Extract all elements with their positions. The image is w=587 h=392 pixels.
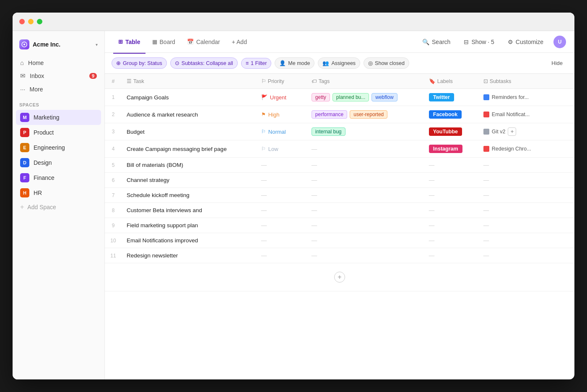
- sidebar-item-inbox-label: Inbox: [30, 73, 44, 79]
- tab-calendar[interactable]: 📅 Calendar: [182, 35, 225, 49]
- label-badge[interactable]: Twitter: [429, 93, 454, 101]
- maximize-button[interactable]: [37, 19, 42, 24]
- row-task[interactable]: Field marketing support plan: [122, 218, 256, 233]
- table-row[interactable]: 11Redesign newsletter————: [105, 248, 574, 263]
- label-badge[interactable]: Facebook: [429, 110, 462, 119]
- sidebar-item-home[interactable]: ⌂ Home: [16, 56, 101, 69]
- spaces-section-header: Spaces: [13, 96, 104, 110]
- row-task[interactable]: Redesign newsletter: [122, 248, 256, 263]
- tab-board[interactable]: ▦ Board: [147, 35, 180, 49]
- table-row[interactable]: 4Create Campaign messaging brief page⚐Lo…: [105, 140, 574, 158]
- tab-table-label: Table: [125, 39, 140, 45]
- table-row[interactable]: 9Field marketing support plan————: [105, 218, 574, 233]
- row-priority: 🚩Urgent: [256, 89, 306, 106]
- row-task[interactable]: Budget: [122, 123, 256, 140]
- close-button[interactable]: [19, 19, 25, 24]
- add-row-button[interactable]: +: [334, 272, 345, 283]
- brand-logo: [19, 39, 29, 49]
- table-row[interactable]: 2Audience & market research⚑Highperforma…: [105, 106, 574, 123]
- person-icon: 👤: [279, 60, 286, 66]
- main-content: ⊞ Table ▦ Board 📅 Calendar + Add 🔍: [105, 31, 574, 379]
- priority-dash: —: [261, 162, 267, 168]
- subtask-dash: —: [483, 222, 489, 228]
- sidebar-item-inbox[interactable]: ✉ Inbox 9: [16, 69, 101, 83]
- minimize-button[interactable]: [28, 19, 34, 24]
- tab-table[interactable]: ⊞ Table: [113, 35, 145, 49]
- title-bar: [13, 13, 574, 31]
- assignees-button[interactable]: 👥 Assignees: [318, 57, 360, 69]
- row-label: —: [424, 218, 478, 233]
- customize-button[interactable]: ⚙ Customize: [504, 37, 547, 47]
- row-subtasks: —: [478, 203, 574, 218]
- show-button[interactable]: ⊟ Show · 5: [460, 37, 497, 47]
- me-mode-label: Me mode: [288, 60, 310, 66]
- tab-board-label: Board: [160, 39, 175, 45]
- product-label: Product: [34, 129, 54, 136]
- add-row-cell: +: [105, 263, 574, 291]
- row-subtasks: Reminders for...: [478, 89, 574, 106]
- tag-item[interactable]: webflow: [371, 93, 397, 101]
- sidebar-item-marketing[interactable]: M Marketing: [16, 110, 101, 125]
- table-row[interactable]: 1Campaign Goals🚩Urgentgettyplanned bu...…: [105, 89, 574, 106]
- add-view-button[interactable]: + Add: [227, 36, 252, 48]
- row-label: —: [424, 233, 478, 248]
- add-space-button[interactable]: + Add Space: [16, 200, 101, 214]
- row-task[interactable]: Schedule kickoff meeting: [122, 188, 256, 203]
- row-label: —: [424, 203, 478, 218]
- sidebar-item-engineering[interactable]: E Engineering: [16, 140, 101, 155]
- show-closed-button[interactable]: ◎ Show closed: [364, 57, 409, 69]
- subtask-text: Redesign Chro...: [492, 146, 531, 152]
- row-task[interactable]: Bill of materials (BOM): [122, 158, 256, 173]
- tag-item[interactable]: performance: [312, 110, 347, 119]
- row-task[interactable]: Email Notifications improved: [122, 233, 256, 248]
- table-row[interactable]: 10Email Notifications improved————: [105, 233, 574, 248]
- row-task[interactable]: Customer Beta interviews and: [122, 203, 256, 218]
- table-row[interactable]: 7Schedule kickoff meeting————: [105, 188, 574, 203]
- row-tags: —: [306, 140, 424, 158]
- row-label: Instagram: [424, 140, 478, 158]
- me-mode-button[interactable]: 👤 Me mode: [275, 57, 314, 69]
- sidebar-item-more[interactable]: ··· More: [16, 83, 101, 96]
- tag-item[interactable]: internal bug: [312, 127, 345, 136]
- filters-bar: ⊕ Group by: Status ⊙ Subtasks: Collapse …: [105, 53, 574, 74]
- subtask-dash: —: [483, 177, 489, 183]
- row-number: 7: [105, 188, 122, 203]
- tags-dash: —: [312, 192, 317, 198]
- priority-cell: ⚐Low: [261, 146, 301, 152]
- sidebar-item-finance[interactable]: F Finance: [16, 170, 101, 185]
- tag-item[interactable]: planned bu...: [332, 93, 369, 101]
- sidebar-item-design[interactable]: D Design: [16, 155, 101, 170]
- row-task[interactable]: Campaign Goals: [122, 89, 256, 106]
- sidebar-item-hr[interactable]: H HR: [16, 185, 101, 200]
- table-row[interactable]: 3Budget⚐Normalinternal bugYouTubbeGit v2…: [105, 123, 574, 140]
- filter-button[interactable]: ≡ 1 Filter: [241, 58, 272, 69]
- label-badge[interactable]: Instagram: [429, 145, 462, 153]
- table-row[interactable]: 8Customer Beta interviews and————: [105, 203, 574, 218]
- subtasks-cell: Reminders for...: [483, 94, 569, 100]
- priority-icon: ⚐: [261, 129, 266, 135]
- user-avatar[interactable]: U: [553, 36, 566, 48]
- table-row[interactable]: 6Channel strategy————: [105, 173, 574, 188]
- tag-item[interactable]: getty: [312, 93, 330, 101]
- label-badge[interactable]: YouTubbe: [429, 127, 462, 136]
- row-task[interactable]: Audience & market research: [122, 106, 256, 123]
- row-number: 4: [105, 140, 122, 158]
- top-nav: ⊞ Table ▦ Board 📅 Calendar + Add 🔍: [105, 31, 574, 53]
- row-task[interactable]: Channel strategy: [122, 173, 256, 188]
- subtasks-filter[interactable]: ⊙ Subtasks: Collapse all: [170, 57, 238, 69]
- group-by-filter[interactable]: ⊕ Group by: Status: [112, 57, 167, 69]
- hide-button[interactable]: Hide: [546, 58, 568, 68]
- row-subtasks: —: [478, 248, 574, 263]
- sidebar-item-product[interactable]: P Product: [16, 125, 101, 140]
- subtasks-cell: Redesign Chro...: [483, 146, 569, 152]
- table-row[interactable]: 5Bill of materials (BOM)————: [105, 158, 574, 173]
- table-container: # ☰Task ⚐Priority 🏷Tags 🔖Labe: [105, 74, 574, 379]
- brand[interactable]: Acme Inc. ▾: [13, 36, 104, 56]
- engineering-label: Engineering: [34, 144, 65, 151]
- show-closed-icon: ◎: [368, 60, 373, 66]
- label-dash: —: [429, 207, 435, 213]
- search-button[interactable]: 🔍 Search: [419, 37, 454, 47]
- row-task[interactable]: Create Campaign messaging brief page: [122, 140, 256, 158]
- subtask-plus-button[interactable]: +: [508, 127, 516, 136]
- tag-item[interactable]: user-reported: [350, 110, 387, 119]
